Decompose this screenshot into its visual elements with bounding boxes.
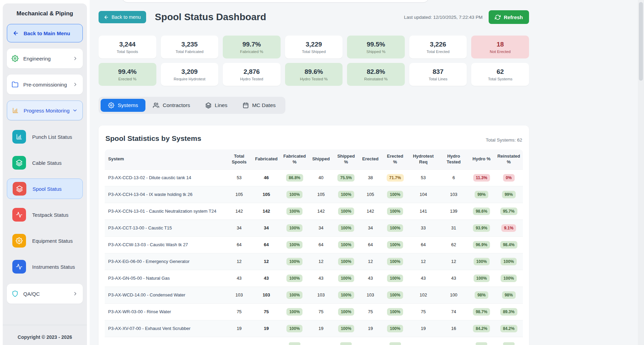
column-header-shipped: Shipped % xyxy=(334,149,358,169)
table-row: P3-AX-EG-06-00 - Emergency Generator1212… xyxy=(105,253,523,270)
percent-badge: 100% xyxy=(387,191,403,198)
cell: 98% xyxy=(494,287,523,303)
tab-mc-dates[interactable]: MC Dates xyxy=(235,99,283,112)
percent-badge: 93.9% xyxy=(473,224,490,232)
sidebar-item-cable-status[interactable]: Cable Status xyxy=(7,152,83,173)
cell: 43 xyxy=(358,270,382,287)
tab-contractors[interactable]: Contractors xyxy=(145,99,197,112)
cell: 19 xyxy=(408,320,439,337)
activity-icon xyxy=(16,263,23,270)
sidebar-item-label: Testpack Status xyxy=(32,212,68,218)
stats-grid: 3,244Total Spools3,235Total Fabricated99… xyxy=(99,36,529,86)
stat-value: 3,209 xyxy=(181,68,198,76)
cell: 99% xyxy=(468,186,494,203)
scrollbar-thumb[interactable] xyxy=(639,2,643,81)
table-row: P3-AX-CCW-13-03 - Caustic Wash tk 276464… xyxy=(105,236,523,253)
cell: 74 xyxy=(439,303,468,320)
sidebar-item-qa-qc[interactable]: QA/QC xyxy=(7,284,83,304)
equipment-status-icon-tile xyxy=(12,234,26,248)
gear-icon xyxy=(12,55,18,62)
column-header-fabricated: Fabricated % xyxy=(281,149,308,169)
cell: 75 xyxy=(227,303,252,320)
cell: 38 xyxy=(358,169,382,186)
stat-card-require-hydrotest: 3,209Require Hydrotest xyxy=(161,63,219,86)
percent-badge: 100% xyxy=(387,241,403,249)
percent-badge: 100% xyxy=(286,275,302,282)
column-header-hydrotest-req: Hydrotest Req xyxy=(408,149,439,169)
percent-badge xyxy=(340,342,352,345)
stat-value: 3,244 xyxy=(119,41,136,48)
chevron-right-icon xyxy=(73,56,78,61)
cell: 100% xyxy=(382,203,408,220)
cell: 102 xyxy=(408,287,439,303)
main-content: Back to menu Spool Status Dashboard Last… xyxy=(99,0,529,345)
scrollbar-track[interactable] xyxy=(638,0,644,345)
sidebar-item-instruments-status[interactable]: Instruments Status xyxy=(7,256,83,277)
percent-badge: 100% xyxy=(474,275,490,282)
back-to-menu-label: Back to menu xyxy=(112,14,141,20)
system-cell: P3-AX-CCH-13-04 - IX waste holding tk 26 xyxy=(105,186,227,203)
header-right: Last updated: 12/10/2025, 7:22:43 PM Ref… xyxy=(404,10,529,24)
back-to-menu-button[interactable]: Back to menu xyxy=(99,11,146,23)
stat-card-hydro-tested: 2,876Hydro Tested xyxy=(223,63,281,86)
cell xyxy=(281,337,308,345)
cell: 142 xyxy=(358,203,382,220)
sidebar-item-progress-monitoring[interactable]: Progress Monitoring xyxy=(7,101,83,120)
percent-badge: 100% xyxy=(387,275,403,282)
cell: 43 xyxy=(252,270,281,287)
cell: 105 xyxy=(358,186,382,203)
cell: 142 xyxy=(308,203,334,220)
percent-badge: 9.1% xyxy=(501,224,516,232)
percent-badge xyxy=(476,342,487,345)
sidebar-nav: EngineeringPre-commissioningProgress Mon… xyxy=(3,42,87,120)
arrow-left-icon xyxy=(104,15,109,20)
cell: 105 xyxy=(227,186,252,203)
chevron-right-icon xyxy=(73,82,78,87)
system-cell: P3-AX-CCD-13-02 - Dilute caustic tank 14 xyxy=(105,169,227,186)
stat-label: Erected % xyxy=(118,77,137,81)
cell: 19 xyxy=(227,320,252,337)
sidebar-item-engineering[interactable]: Engineering xyxy=(7,49,83,68)
sidebar-item-pre-commissioning[interactable]: Pre-commissioning xyxy=(7,75,83,94)
cell: 84.2% xyxy=(468,320,494,337)
sidebar-item-label: Pre-commissioning xyxy=(23,82,73,88)
cell: 75 xyxy=(408,303,439,320)
sidebar-item-equipment-status[interactable]: Equipment Status xyxy=(7,230,83,251)
tab-lines[interactable]: Lines xyxy=(198,99,235,112)
cell: 100% xyxy=(382,186,408,203)
back-to-main-menu-button[interactable]: Back to Main Menu xyxy=(7,24,83,42)
cell: 100% xyxy=(494,270,523,287)
tab-systems[interactable]: Systems xyxy=(101,99,145,112)
percent-badge: 100% xyxy=(387,224,403,232)
table-body: P3-AX-CCD-13-02 - Dilute caustic tank 14… xyxy=(105,169,523,345)
percent-badge: 71.7% xyxy=(387,174,404,182)
cell: 100% xyxy=(334,203,358,220)
cell xyxy=(334,337,358,345)
sidebar-item-testpack-status[interactable]: Testpack Status xyxy=(7,204,83,225)
cell xyxy=(227,337,252,345)
percent-badge: 98.6% xyxy=(473,208,490,215)
tab-label: Lines xyxy=(215,102,228,108)
percent-badge: 99% xyxy=(475,191,488,198)
copyright-text: Copyright © 2023 - 2026 xyxy=(18,334,72,340)
tab-label: Systems xyxy=(118,102,138,108)
percent-badge: 100% xyxy=(286,208,302,215)
testpack-status-icon-tile xyxy=(12,208,26,222)
sidebar-item-punch-list-status[interactable]: Punch List Status xyxy=(7,127,83,147)
cell: 98% xyxy=(468,287,494,303)
cell: 43 xyxy=(408,270,439,287)
cell: 100% xyxy=(382,236,408,253)
stat-card-total-systems: 62Total Systems xyxy=(471,63,529,86)
cell: 71.7% xyxy=(382,169,408,186)
percent-badge: 100% xyxy=(286,191,302,198)
arrow-left-icon xyxy=(13,30,19,36)
cell: 12 xyxy=(439,253,468,270)
cell: 141 xyxy=(408,203,439,220)
refresh-button[interactable]: Refresh xyxy=(489,10,529,24)
column-header-system: System xyxy=(105,149,227,169)
stat-value: 99.7% xyxy=(242,41,261,48)
sidebar-item-spool-status[interactable]: Spool Status xyxy=(7,178,83,199)
cell: 103 xyxy=(227,287,252,303)
cell: 104 xyxy=(408,186,439,203)
cell: 93.9% xyxy=(468,220,494,236)
